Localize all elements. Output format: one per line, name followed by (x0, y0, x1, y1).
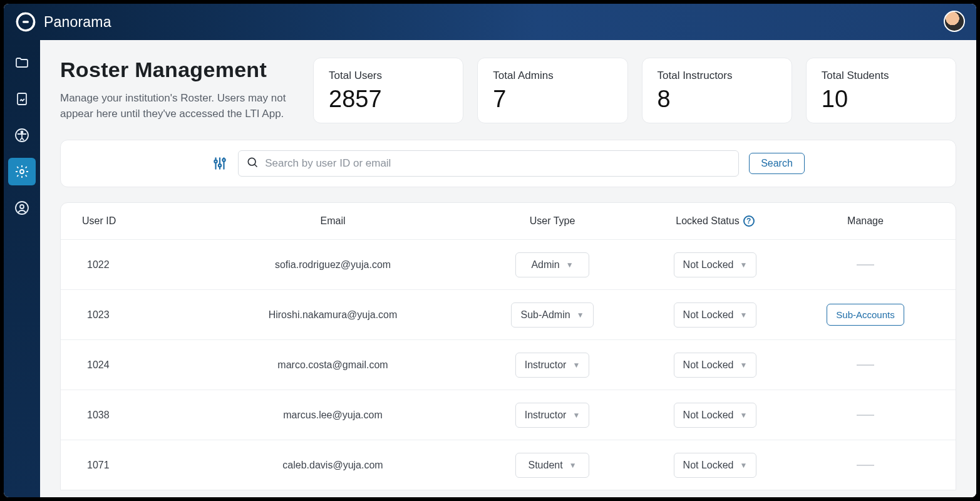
page-title: Roster Management (60, 58, 298, 82)
cell-userid: 1022 (82, 259, 195, 271)
stat-value: 10 (822, 86, 941, 113)
cell-email: marcus.lee@yuja.com (283, 410, 383, 421)
app-logo: Panorama (15, 11, 111, 33)
search-input-wrap (238, 150, 739, 177)
cell-userid: 1038 (82, 410, 195, 421)
locked-dropdown[interactable]: Not Locked▼ (674, 353, 757, 378)
svg-point-8 (214, 160, 217, 163)
chevron-down-icon: ▼ (572, 411, 580, 420)
sidebar (4, 40, 40, 497)
usertype-dropdown[interactable]: Admin▼ (515, 252, 589, 277)
stat-card: Total Instructors8 (642, 58, 792, 123)
stat-value: 7 (493, 86, 612, 113)
svg-point-13 (248, 158, 255, 165)
cell-email: marco.costa@gmail.com (277, 359, 388, 371)
locked-dropdown[interactable]: Not Locked▼ (674, 453, 757, 478)
svg-point-3 (21, 132, 23, 133)
search-button[interactable]: Search (749, 153, 805, 174)
stat-label: Total Admins (493, 70, 612, 82)
usertype-value: Sub-Admin (520, 309, 570, 321)
sidebar-item-profile[interactable] (8, 194, 36, 222)
stat-value: 2857 (329, 86, 448, 113)
sidebar-item-settings[interactable] (8, 158, 36, 185)
page-subtitle: Manage your institution's Roster. Users … (60, 91, 298, 121)
chevron-down-icon: ▼ (740, 261, 748, 269)
roster-table: User ID Email User Type Locked Status ? … (60, 202, 956, 490)
chevron-down-icon: ▼ (740, 361, 748, 369)
manage-none-icon (857, 364, 874, 366)
locked-value: Not Locked (683, 359, 734, 371)
avatar[interactable] (944, 11, 965, 32)
usertype-value: Admin (531, 259, 559, 271)
manage-none-icon (857, 415, 874, 416)
usertype-dropdown[interactable]: Instructor▼ (515, 353, 590, 378)
svg-point-5 (16, 202, 28, 214)
table-row: 1071caleb.davis@yuja.comStudent▼Not Lock… (61, 440, 956, 490)
table-row: 1023Hiroshi.nakamura@yuja.comSub-Admin▼N… (61, 289, 956, 339)
chevron-down-icon: ▼ (740, 311, 748, 319)
table-row: 1024marco.costa@gmail.comInstructor▼Not … (61, 339, 956, 390)
manage-none-icon (857, 264, 874, 266)
search-icon (246, 156, 259, 171)
stat-card: Total Students10 (806, 58, 956, 123)
cell-userid: 1071 (82, 460, 195, 471)
usertype-dropdown[interactable]: Student▼ (515, 453, 589, 478)
logo-mark-icon (15, 11, 36, 33)
locked-value: Not Locked (683, 460, 734, 471)
stat-card: Total Users2857 (313, 58, 463, 123)
sidebar-item-folder[interactable] (8, 49, 36, 76)
chevron-down-icon: ▼ (577, 311, 584, 319)
usertype-dropdown[interactable]: Sub-Admin▼ (511, 302, 593, 328)
cell-userid: 1023 (82, 309, 195, 321)
app-name: Panorama (44, 14, 111, 31)
stat-card: Total Admins7 (477, 58, 627, 123)
chevron-down-icon: ▼ (572, 361, 580, 369)
svg-point-12 (222, 158, 225, 161)
chevron-down-icon: ▼ (569, 461, 577, 470)
locked-dropdown[interactable]: Not Locked▼ (674, 403, 757, 428)
svg-line-14 (255, 165, 257, 167)
chevron-down-icon: ▼ (740, 411, 748, 420)
stat-label: Total Students (822, 70, 941, 82)
svg-rect-1 (18, 93, 26, 105)
table-row: 1038marcus.lee@yuja.comInstructor▼Not Lo… (61, 390, 956, 440)
cell-email: Hiroshi.nakamura@yuja.com (269, 309, 398, 321)
usertype-dropdown[interactable]: Instructor▼ (515, 403, 590, 428)
chevron-down-icon: ▼ (740, 461, 748, 470)
locked-value: Not Locked (683, 309, 734, 321)
table-row: 1022sofia.rodriguez@yuja.comAdmin▼Not Lo… (61, 239, 956, 289)
usertype-value: Student (528, 460, 562, 471)
usertype-value: Instructor (525, 410, 567, 421)
column-locked: Locked Status ? (676, 215, 754, 227)
locked-dropdown[interactable]: Not Locked▼ (674, 302, 757, 328)
column-locked-label: Locked Status (676, 215, 739, 227)
stats-row: Total Users2857Total Admins7Total Instru… (313, 58, 956, 123)
help-icon[interactable]: ? (743, 215, 755, 227)
manage-none-icon (857, 465, 874, 466)
locked-dropdown[interactable]: Not Locked▼ (674, 252, 757, 277)
main-content: Roster Management Manage your institutio… (40, 40, 976, 497)
stat-value: 8 (658, 86, 776, 113)
search-card: Search (60, 140, 956, 187)
filter-icon[interactable] (212, 155, 228, 172)
search-input[interactable] (265, 157, 731, 170)
column-usertype: User Type (530, 215, 575, 227)
cell-email: caleb.davis@yuja.com (282, 460, 383, 471)
stat-label: Total Instructors (658, 70, 776, 82)
cell-userid: 1024 (82, 359, 195, 371)
svg-point-4 (20, 170, 24, 173)
column-manage: Manage (847, 215, 884, 227)
column-email: Email (320, 215, 345, 227)
sub-accounts-button[interactable]: Sub-Accounts (827, 304, 904, 326)
locked-value: Not Locked (683, 259, 734, 271)
svg-point-6 (20, 205, 24, 209)
locked-value: Not Locked (683, 410, 734, 421)
stat-label: Total Users (329, 70, 448, 82)
cell-email: sofia.rodriguez@yuja.com (275, 259, 391, 271)
sidebar-item-accessibility[interactable] (8, 121, 36, 149)
usertype-value: Instructor (525, 359, 567, 371)
sidebar-item-report[interactable] (8, 85, 36, 113)
chevron-down-icon: ▼ (566, 261, 574, 269)
topbar: Panorama (4, 4, 976, 40)
table-header: User ID Email User Type Locked Status ? … (61, 203, 956, 239)
